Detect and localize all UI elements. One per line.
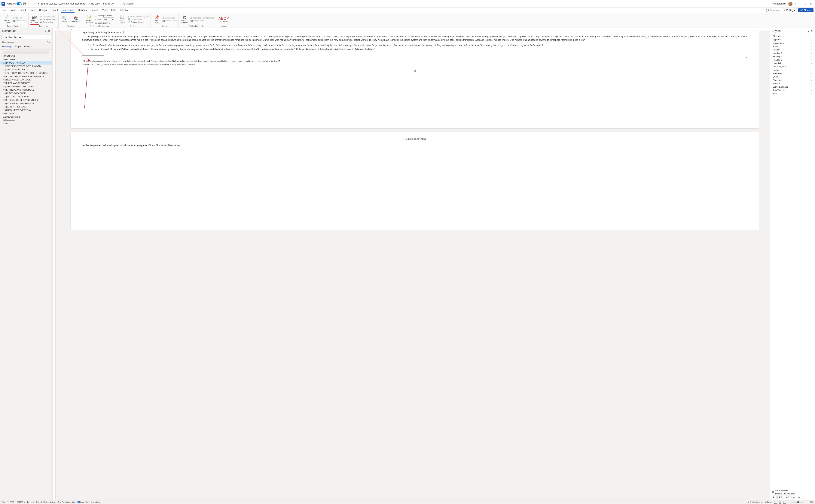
redo-icon[interactable]: ↷	[32, 2, 35, 5]
nav-heading-item[interactable]: 12 | THE SENSE OF RANDOMNESS	[0, 98, 52, 102]
style-item[interactable]: Heading 2¶a	[772, 55, 813, 58]
nav-heading-item[interactable]: 6 | NEW WIRES, NEW LOGIC	[0, 78, 52, 81]
insert-caption-button[interactable]: 🖼Insert Caption	[117, 14, 126, 25]
qat-dropdown-icon[interactable]: ▾	[37, 2, 40, 5]
share-button[interactable]: 🔗 Share ▾	[798, 8, 813, 12]
nav-heading-item[interactable]: PROLOGUE	[0, 58, 52, 61]
sensitivity-icon[interactable]: 🛡	[88, 3, 90, 5]
footnote-text[interactable]: ⁵ Operators soon distinguished spaces of…	[82, 63, 747, 66]
update-authorities-button[interactable]: 🔄 Update Table	[190, 20, 214, 22]
tab-references[interactable]: References	[61, 8, 74, 13]
style-item[interactable]: Bibliography¶a	[772, 41, 813, 45]
zoom-level[interactable]: 100%	[809, 501, 813, 503]
nav-search-input[interactable]: ✕ ▾	[2, 35, 51, 39]
tab-view[interactable]: View	[102, 8, 108, 13]
body-text[interactable]: In the name of speed, Morse and Vail had…	[82, 48, 747, 51]
mark-entry-button[interactable]: 📌Mark Entry	[152, 14, 161, 25]
clear-search-icon[interactable]: ✕	[47, 36, 48, 38]
style-item[interactable]: Task03Content¶a	[772, 89, 813, 92]
next-footnote-button[interactable]: ab Next Footnote ▾	[40, 18, 57, 21]
nav-heading-item[interactable]: 14 | AFTER THE FLOOD	[0, 105, 52, 108]
nav-heading-item[interactable]: 15 | NEW NEWS EVERY DAY	[0, 108, 52, 112]
style-item[interactable]: Quote¶a	[772, 75, 813, 78]
nav-heading-item[interactable]: 7 | INFORMATION THEORY	[0, 81, 52, 85]
researcher-button[interactable]: 📚Researcher	[70, 14, 82, 25]
new-style-button[interactable]: A₊	[772, 496, 777, 499]
style-item[interactable]: Hyperlinka	[772, 62, 813, 65]
nav-heading-item[interactable]: 1 | DRUMS THAT TALK	[0, 61, 52, 65]
focus-button[interactable]: ▣ Focus	[765, 501, 772, 503]
nav-jump-bar[interactable]: ▴	[3, 51, 49, 54]
nav-tab-pages[interactable]: Pages	[15, 44, 21, 49]
tab-draw[interactable]: Draw	[29, 8, 36, 13]
clear-all-style[interactable]: Clear All	[772, 35, 813, 38]
nav-heading-item[interactable]: 13 | INFORMATION IS PHYSICAL	[0, 102, 52, 105]
style-item[interactable]: Approvals¶	[772, 38, 813, 41]
tab-layout[interactable]: Layout	[50, 8, 58, 13]
nav-heading-item[interactable]: Bibliography	[0, 119, 52, 122]
nav-heading-item[interactable]: 4 | TO THROW THE POWERS OF THOUGHT INTO.…	[0, 71, 52, 75]
style-item[interactable]: Normal¶	[772, 68, 813, 72]
zoom-out-button[interactable]: −	[788, 501, 789, 503]
close-button[interactable]: ✕	[810, 2, 812, 5]
nav-heading-item[interactable]: Acknowledgments	[0, 115, 52, 119]
table-of-contents-button[interactable]: 📄 Table of Contents	[2, 14, 11, 25]
maximize-button[interactable]: □	[805, 2, 806, 5]
footnote-text[interactable]: ⁴ "A very short experience, however, sho…	[82, 60, 747, 62]
tab-mailings[interactable]: Mailings	[77, 8, 87, 13]
update-toc-button[interactable]: 🔄 Update Table	[12, 20, 27, 22]
spell-check-icon[interactable]: 📖	[31, 501, 34, 503]
style-item[interactable]: Plain Text¶a	[772, 72, 813, 75]
undo-icon[interactable]: ↶	[28, 2, 31, 5]
bibliography-button[interactable]: 📖 Bibliography ▾	[95, 22, 114, 24]
minimize-button[interactable]: —	[799, 2, 801, 5]
search-input[interactable]: 🔍 Search	[121, 1, 188, 6]
style-item[interactable]: Heading 3¶a	[772, 58, 813, 62]
ribbon-collapse-icon[interactable]: ⌄	[812, 24, 813, 27]
manage-styles-button[interactable]: A⚙	[785, 496, 791, 499]
body-text[interactable]: relative frequencies. Vail was inspired …	[82, 144, 747, 147]
word-count[interactable]: 147161 words	[17, 501, 29, 503]
body-text[interactable]: page through a dictionary for every word…	[82, 31, 747, 34]
nav-heading-item[interactable]: 3 | TWO WORDBOOKS	[0, 68, 52, 71]
cross-reference-button[interactable]: 🔗 Cross-reference	[127, 21, 149, 23]
nav-close-icon[interactable]: ✕	[48, 29, 50, 32]
nav-heading-item[interactable]: CONTENTS	[0, 54, 52, 58]
nav-heading-item[interactable]: 10 | LIFE'S OWN CODE	[0, 92, 52, 95]
display-settings[interactable]: 🖥 Display Settings	[747, 501, 763, 503]
nav-heading-item[interactable]: Index	[0, 122, 52, 125]
nav-heading-item[interactable]: 9 | ENTROPY AND ITS DEMONS	[0, 88, 52, 92]
zoom-slider[interactable]	[791, 502, 804, 502]
vertical-ruler[interactable]	[53, 31, 56, 500]
nav-updown-icon[interactable]: ⌃⌄	[47, 41, 50, 43]
mark-citation-button[interactable]: ⚖Mark Citation	[180, 14, 189, 25]
comments-button[interactable]: 💬 Comments	[766, 9, 780, 12]
accessibility-status[interactable]: ♿ Accessibility: Investigate	[77, 501, 100, 503]
tab-file[interactable]: File	[2, 8, 6, 13]
read-mode-icon[interactable]	[774, 501, 777, 504]
search-button[interactable]: 🔍Search	[60, 14, 69, 25]
tab-home[interactable]: Home	[9, 8, 17, 13]
style-item[interactable]: List Paragraph¶	[772, 65, 813, 68]
tab-help[interactable]: Help	[111, 8, 117, 13]
citation-style-select[interactable]: ✎ Style: APA▾	[95, 17, 114, 21]
nav-heading-item[interactable]: 5 | A NERVOUS SYSTEM FOR THE EARTH	[0, 75, 52, 78]
show-notes-button[interactable]: ▦ Show Notes	[40, 21, 57, 23]
style-item[interactable]: Signature¶a	[772, 78, 813, 82]
style-item[interactable]: Header¶a	[772, 48, 813, 51]
acronyms-button[interactable]: ABC✓Acronyms	[217, 14, 230, 25]
body-text[interactable]: His protégé Alfred Vail, meanwhile, was …	[82, 35, 747, 42]
nav-heading-item[interactable]: 11 | INTO THE MEME POOL	[0, 95, 52, 98]
language-status[interactable]: English (United States)	[36, 501, 55, 503]
insert-index-button[interactable]: ▦ Insert Index	[162, 17, 177, 19]
style-inspector-button[interactable]: A🔍	[777, 496, 784, 499]
zoom-in-button[interactable]: +	[806, 501, 807, 503]
web-layout-icon[interactable]	[783, 501, 786, 504]
disable-linked-checkbox[interactable]: Disable Linked Styles	[772, 492, 813, 495]
style-item[interactable]: Heading 1¶a	[772, 51, 813, 55]
insert-endnote-button[interactable]: ab Insert Endnote	[40, 15, 57, 18]
nav-heading-item[interactable]: 2 | THE PERSISTENCE OF THE WORD	[0, 65, 52, 68]
print-layout-icon[interactable]	[779, 501, 781, 504]
nav-tab-results[interactable]: Results	[24, 44, 32, 49]
tab-review[interactable]: Review	[90, 8, 99, 13]
